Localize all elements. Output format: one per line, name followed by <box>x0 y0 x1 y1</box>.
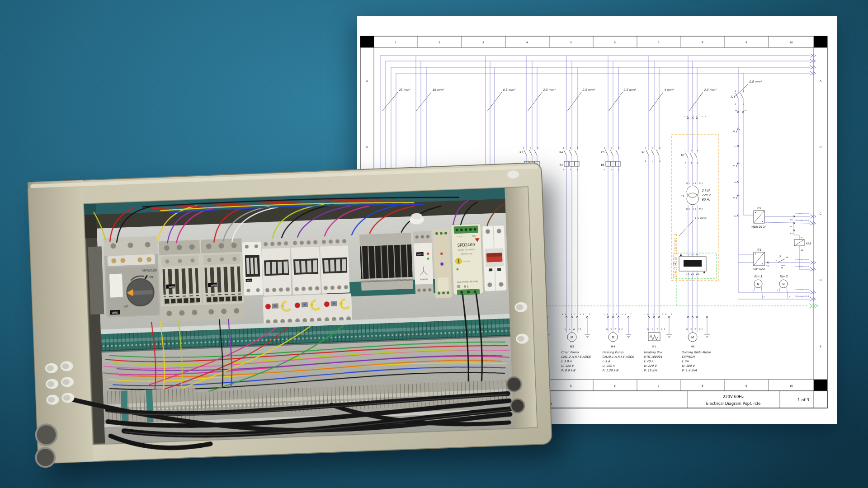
load-ref: M4 <box>611 345 615 348</box>
row-label: E <box>820 345 821 348</box>
c1-logo <box>684 260 702 267</box>
load-current: I: 5 A <box>602 360 610 363</box>
col-label: 10 <box>789 41 793 44</box>
component-ref: E4 <box>559 163 563 166</box>
col-label: 5 <box>570 384 572 387</box>
contact-ref: 83 <box>733 197 736 199</box>
gauge-label: 25 mm² <box>399 88 411 92</box>
load-voltage: U: 220 V <box>602 364 616 368</box>
terminal: 91 <box>790 225 793 228</box>
col-label: 7 <box>658 384 660 387</box>
psu-model-label: SPD2460 <box>457 243 475 248</box>
mpw-model-label: MPW100 <box>142 268 157 273</box>
weg-logo: WEG <box>417 253 423 256</box>
psu-rdy-label: Rdy <box>472 235 476 237</box>
gauge-label: 16 mm² <box>432 88 444 92</box>
weg-logo: WEG <box>112 311 118 314</box>
load-model: CM1-2 A-R-I-E-AQQE <box>561 355 591 359</box>
load-name: Drain Pump <box>561 351 579 354</box>
load-model: CM10-1 A-R-I-E-AQQE <box>602 355 634 359</box>
c1-top-pins: U1 V1 W1 <box>686 253 700 256</box>
load-ref: M5 <box>691 345 695 348</box>
offpage-label: Schematic2:A-1 <box>795 212 809 215</box>
gauge-label: 0.5 mm² <box>503 88 516 92</box>
fan-label: Fan 2 <box>779 275 788 278</box>
col-label: 7 <box>658 41 660 44</box>
aux-module <box>433 229 452 298</box>
gauge-label: 2.5 mm² <box>543 88 556 92</box>
weg-logo: WEG <box>211 283 217 287</box>
terminal-letters: U V W PE <box>606 328 624 330</box>
enclosure-left-wall <box>28 180 94 464</box>
pole-numbers: 1 3 5 <box>645 147 663 149</box>
row-label: B <box>366 145 368 149</box>
gauge-label: 2.5 mm² <box>623 88 637 92</box>
load-voltage: U: 220 V <box>561 364 575 368</box>
terminal-numbers: 19 20 21 <box>684 115 708 117</box>
psu-nl-label: N L <box>464 285 469 288</box>
electrical-cabinet-render: MPW100 ON OFF WEG WEG WEG WEG <box>5 143 560 488</box>
terminal: 26 <box>735 109 737 112</box>
component-model: SPD2460 <box>753 267 765 271</box>
pole-numbers: 2 4 <box>735 103 747 105</box>
psu-adj-label: Vout Adj <box>463 260 470 263</box>
offpage-label: Schematic2:B-1 <box>795 288 809 291</box>
diagram-title: Electrical Diagram PopCircle <box>706 401 760 406</box>
pole-numbers: 1 3 5 <box>563 147 581 149</box>
terminal: 27 <box>734 145 737 148</box>
mpw-off-label: OFF <box>124 305 129 308</box>
load-current: I: 3.9 A <box>561 360 572 363</box>
load-power: P: 1.28 kW <box>602 369 619 372</box>
load-ref: M3 <box>570 345 574 348</box>
weg-logo: WEG <box>246 280 251 282</box>
col-label: 2 <box>439 41 440 44</box>
fan-symbol: M <box>757 282 759 286</box>
col-label: 3 <box>482 41 484 44</box>
pole-numbers: 2 4 6 <box>563 169 581 171</box>
component-ref: KA3 <box>806 242 811 245</box>
transformer-spec: 2 kVA 220 V 60 Hz <box>702 189 711 202</box>
load-voltage: U: 220 V <box>644 364 657 368</box>
gauge-label: 1.5 mm² <box>694 216 708 220</box>
component-ref: T1 <box>681 194 685 197</box>
load-name: Heating Box <box>644 351 662 354</box>
col-label: 1 <box>395 41 396 44</box>
component-ref: E5 <box>601 163 604 166</box>
offpage-label: Schematic2:A-1 <box>795 295 809 297</box>
load-current: I: 40 A <box>644 360 654 363</box>
terminal: 91 <box>745 109 747 112</box>
rpw-relay: WEG RPW-SF <box>413 231 434 296</box>
terminal: 29 <box>734 215 737 217</box>
pole-numbers: 2 4 6 <box>645 160 663 162</box>
load-power: P: 1.4 kVA <box>682 369 697 372</box>
transformer-bottom-terminals: U2 V2 W2 <box>686 208 704 210</box>
col-label: 6 <box>614 41 616 44</box>
sheet-number: 1 of 3 <box>797 398 809 402</box>
motor-symbol-letter: M <box>571 336 573 339</box>
rating: 220V 60Hz <box>723 394 744 399</box>
fan-symbol: M <box>782 282 784 286</box>
col-label: 5 <box>570 41 572 44</box>
row-label: D <box>820 278 822 282</box>
fan-label: Fan 1 <box>754 275 762 278</box>
component-ref: K7 <box>681 153 684 156</box>
component-ref: K5 <box>601 150 604 154</box>
contact-pin: 18 <box>781 267 783 269</box>
spd2460-psu: - - + + Rdy SPD2460 AC/DC Converter 24VD… <box>451 224 483 295</box>
psu-polarity: - - + + <box>456 235 462 238</box>
cabinet-svg: MPW100 ON OFF WEG WEG WEG WEG <box>5 143 560 488</box>
terminal: 74 <box>766 265 769 267</box>
component-ref: K6 <box>642 150 645 154</box>
col-label: 10 <box>789 384 793 387</box>
col-label: 8 <box>702 41 703 44</box>
t1-spec-line: 220 V <box>702 193 711 197</box>
pole-numbers: 2 4 6 <box>604 169 622 171</box>
terminal: 28 <box>734 181 737 183</box>
component-ref: K4 <box>559 150 563 154</box>
terminal: 90 <box>790 219 793 221</box>
terminal-numbers: 13 14 15 T <box>604 313 634 315</box>
motor-symbol-letter: M <box>612 336 614 339</box>
load-ref: R1 <box>652 345 656 348</box>
col-label: 6 <box>614 384 616 387</box>
col-label: 8 <box>702 384 703 387</box>
